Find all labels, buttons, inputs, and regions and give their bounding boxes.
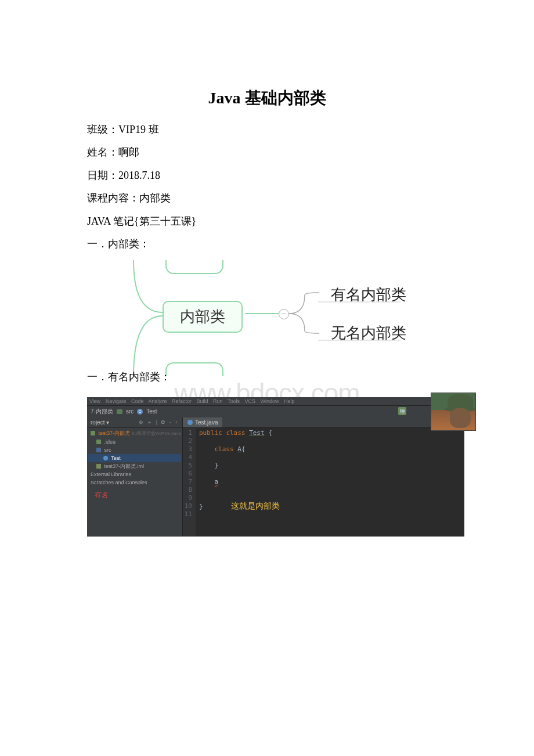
tree-external-libs[interactable]: External Libraries — [88, 470, 181, 478]
class-icon — [187, 420, 193, 425]
project-tree[interactable]: test37-内部类 E:\凯哥学堂\VIP19-Java-IDEA\test3… — [87, 428, 182, 501]
folder-icon — [117, 409, 122, 414]
label-class: 班级： — [87, 124, 118, 135]
code-annotation: 这就是内部类 — [231, 502, 280, 510]
mindmap-connectors — [110, 260, 400, 376]
mindmap-diagram: 内部类 − 有名内部类 无名内部类 — [110, 260, 400, 376]
value-course: 内部类 — [139, 192, 171, 204]
src-folder-icon — [96, 448, 101, 452]
tree-idea[interactable]: .idea — [88, 438, 181, 446]
tree-root-path: E:\凯哥学堂\VIP19-Java-IDEA\test37 — [132, 431, 181, 436]
code-line-2 — [199, 437, 280, 445]
tree-test-class[interactable]: Test — [88, 454, 181, 462]
code-line-5: } — [199, 462, 280, 470]
code-line-1: public class Test { — [199, 429, 280, 437]
label-name: 姓名： — [87, 146, 118, 158]
code-line-9 — [199, 494, 280, 502]
line-gutter: 1 2 3 4 5 6 7 8 9 10 11 — [183, 428, 196, 536]
tree-item-label: test37-内部类.iml — [104, 463, 145, 469]
code-line-10: }这就是内部类 — [199, 502, 280, 511]
code-line-7: a — [199, 478, 280, 486]
menu-run[interactable]: Run — [213, 398, 223, 404]
sidebar-tools[interactable]: ⊕ ⫨ | ✿ - ↑ — [139, 419, 179, 425]
value-name: 啊郎 — [118, 146, 139, 158]
value-class: VIP19 班 — [118, 124, 159, 135]
tree-src[interactable]: src — [88, 446, 181, 454]
info-class: 班级：VIP19 班 — [87, 123, 447, 136]
info-name: 姓名：啊郎 — [87, 146, 447, 159]
menu-view[interactable]: View — [89, 398, 100, 404]
tree-root-name: test37-内部类 — [99, 430, 131, 436]
code-line-3: class A{ — [199, 445, 280, 453]
folder-icon — [96, 440, 101, 444]
crumb-class[interactable]: Test — [146, 408, 157, 415]
menu-tools[interactable]: Tools — [228, 398, 240, 404]
sidebar-title: roject ▾ — [91, 419, 109, 426]
code-line-6 — [199, 470, 280, 478]
info-course: 课程内容：内部类 — [87, 192, 447, 205]
code-editor[interactable]: 1 2 3 4 5 6 7 8 9 10 11 public class Tes… — [183, 428, 464, 536]
editor-panel[interactable]: Test.java 1 2 3 4 5 6 7 8 9 10 11 — [183, 417, 464, 536]
ide-menubar[interactable]: View Navigate Code Analyze Refactor Buil… — [87, 397, 464, 406]
label-course: 课程内容： — [87, 192, 139, 204]
ide-breadcrumb[interactable]: 7-内部类 src C Test — [87, 406, 464, 417]
project-sidebar[interactable]: roject ▾ ⊕ ⫨ | ✿ - ↑ test37-内部类 E:\凯哥学堂\… — [87, 417, 183, 536]
tree-scratches[interactable]: Scratches and Consoles — [88, 478, 181, 487]
label-date: 日期： — [87, 170, 118, 181]
class-icon — [103, 456, 108, 460]
tree-root[interactable]: test37-内部类 E:\凯哥学堂\VIP19-Java-IDEA\test3… — [88, 429, 181, 438]
value-date: 2018.7.18 — [118, 170, 160, 181]
section-2: 一．有名内部类： — [87, 370, 447, 384]
editor-tabs[interactable]: Test.java — [183, 417, 464, 428]
mindmap-center-node: 内部类 — [163, 301, 243, 333]
tab-label: Test.java — [195, 419, 218, 426]
tree-iml[interactable]: test37-内部类.iml — [88, 462, 181, 470]
mindmap-leaf-anonymous: 无名内部类 — [331, 323, 406, 343]
mindmap-leaf-named: 有名内部类 — [331, 285, 406, 305]
editor-tab-test[interactable]: Test.java — [183, 417, 222, 427]
tree-item-label: External Libraries — [91, 471, 131, 477]
info-date: 日期：2018.7.18 — [87, 169, 447, 182]
code-line-8 — [199, 486, 280, 494]
menu-navigate[interactable]: Navigate — [106, 398, 127, 404]
build-icon[interactable]: 锤 — [398, 407, 406, 415]
ide-screenshot: View Navigate Code Analyze Refactor Buil… — [87, 397, 464, 537]
tree-item-label: Test — [111, 455, 121, 461]
mindmap-ghost-top — [165, 260, 223, 274]
person-face — [450, 408, 471, 428]
menu-window[interactable]: Window — [260, 398, 279, 404]
webcam-thumbnail — [431, 393, 476, 431]
class-icon: C — [137, 409, 143, 415]
menu-build[interactable]: Build — [197, 398, 208, 404]
menu-refactor[interactable]: Refactor — [172, 398, 192, 404]
tree-item-label: src — [104, 447, 111, 453]
mindmap-collapse-toggle[interactable]: − — [279, 309, 289, 319]
code-line-11 — [199, 511, 280, 519]
code-line-4 — [199, 453, 280, 462]
crumb-src[interactable]: src — [126, 408, 134, 415]
tree-item-label: .idea — [104, 439, 116, 445]
crumb-root[interactable]: 7-内部类 — [91, 408, 113, 416]
handwritten-annotation: 有名 — [88, 491, 181, 500]
sidebar-header[interactable]: roject ▾ ⊕ ⫨ | ✿ - ↑ — [87, 417, 182, 428]
folder-icon — [91, 431, 95, 435]
menu-code[interactable]: Code — [131, 398, 144, 404]
iml-icon — [96, 464, 101, 469]
menu-analyze[interactable]: Analyze — [148, 398, 167, 404]
code-content[interactable]: public class Test { class A{ } a }这就是内部类 — [196, 428, 283, 536]
menu-help[interactable]: Help — [284, 398, 295, 404]
tree-item-label: Scratches and Consoles — [91, 480, 147, 485]
info-note: JAVA 笔记{第三十五课} — [87, 215, 447, 228]
page-title: Java 基础内部类 — [87, 87, 447, 109]
section-1: 一．内部类： — [87, 237, 447, 251]
menu-vcs[interactable]: VCS — [244, 398, 255, 404]
